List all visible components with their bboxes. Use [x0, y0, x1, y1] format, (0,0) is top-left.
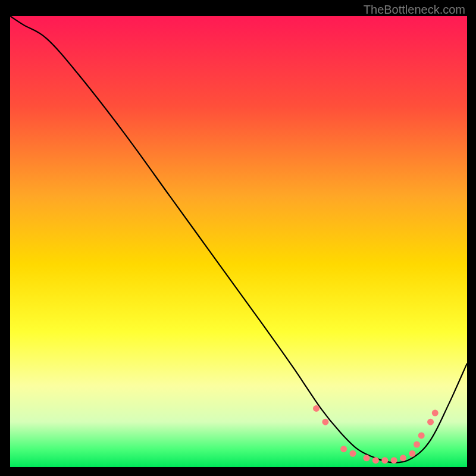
marker-dot: [409, 450, 415, 457]
marker-dot: [418, 432, 425, 439]
marker-dot: [427, 419, 434, 425]
marker-dot: [364, 455, 370, 461]
marker-dot: [381, 457, 388, 464]
marker-dot: [391, 457, 397, 464]
marker-dot: [313, 405, 320, 412]
marker-dot: [372, 457, 379, 464]
curve-layer: [10, 16, 467, 467]
plot-area: [10, 16, 467, 467]
marker-dot: [432, 410, 439, 416]
marker-dot: [340, 446, 347, 452]
marker-dot: [400, 455, 406, 461]
marker-dot: [350, 450, 356, 457]
highlight-markers: [313, 405, 439, 464]
marker-dot: [322, 419, 328, 425]
bottleneck-curve: [10, 16, 467, 462]
watermark-text: TheBottleneck.com: [364, 3, 465, 17]
marker-dot: [414, 441, 420, 448]
